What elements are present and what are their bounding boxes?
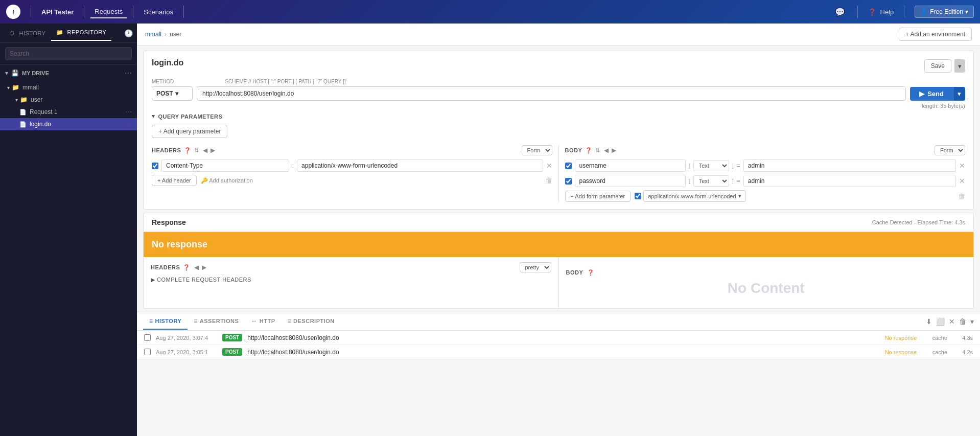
folder-mmall-label: mmall <box>22 84 39 91</box>
query-params-toggle[interactable]: ▾ QUERY PARAMETERS <box>152 113 965 120</box>
body-remove-0[interactable]: ✕ <box>959 162 965 170</box>
more-options-icon[interactable]: ⋯ <box>125 69 132 77</box>
folder-icon: 📁 <box>12 84 19 91</box>
headers-arrow-left[interactable]: ◀ <box>202 146 208 155</box>
body-key-0[interactable] <box>575 159 686 172</box>
save-button[interactable]: Save <box>924 59 951 73</box>
logindo-label: login.do <box>30 121 51 128</box>
method-label: METHOD <box>152 79 174 84</box>
help-icon[interactable]: ❓ <box>868 8 876 16</box>
more-icon[interactable]: ⋯ <box>126 121 132 128</box>
tab-assertions[interactable]: ≡ ASSERTIONS <box>188 313 245 330</box>
body-checkbox-0[interactable] <box>565 163 572 169</box>
clock-icon[interactable]: 🕐 <box>124 29 133 37</box>
body-arrow-right[interactable]: ▶ <box>611 146 617 155</box>
headers-arrow-right[interactable]: ▶ <box>209 146 216 155</box>
headers-sort-icon[interactable]: ⇅ <box>194 147 199 154</box>
no-response-banner: No response <box>144 232 973 257</box>
history-checkbox-0[interactable] <box>144 334 151 341</box>
headers-trash-icon[interactable]: 🗑 <box>545 176 552 185</box>
body-type-select-0[interactable]: Text <box>693 160 729 171</box>
response-format-select[interactable]: pretty <box>520 262 551 272</box>
sidebar-item-logindo[interactable]: 📄 login.do ⋯ <box>0 118 137 130</box>
response-arrow-left[interactable]: ◀ <box>193 263 200 272</box>
add-header-button[interactable]: + Add header <box>152 175 197 186</box>
nav-requests[interactable]: Requests <box>90 6 127 18</box>
response-arrow-right[interactable]: ▶ <box>201 263 207 272</box>
header-value-0[interactable] <box>297 159 543 172</box>
folder-icon: 📁 <box>20 96 28 103</box>
add-query-param-button[interactable]: + Add query parameter <box>152 125 227 138</box>
method-select[interactable]: POST ▾ <box>152 86 193 101</box>
complete-request-headers-toggle[interactable]: ▶ COMPLETE REQUEST HEADERS <box>151 277 551 283</box>
history-checkbox-1[interactable] <box>144 349 151 355</box>
my-drive-title: MY DRIVE <box>22 70 49 76</box>
body-remove-1[interactable]: ✕ <box>959 177 965 185</box>
header-checkbox-0[interactable] <box>152 163 158 169</box>
tab-history[interactable]: ⏱ HISTORY <box>4 26 51 40</box>
nav-divider-1 <box>31 6 31 18</box>
tab-description[interactable]: ≡ DESCRIPTION <box>282 313 341 330</box>
history-url-0: http://localhost:8080/user/login.do <box>247 334 866 341</box>
encoding-checkbox[interactable] <box>635 193 641 199</box>
body-checkbox-1[interactable] <box>565 178 572 185</box>
body-value-1[interactable] <box>743 175 956 187</box>
header-key-0[interactable] <box>161 159 289 172</box>
nav-api-tester[interactable]: API Tester <box>37 6 78 18</box>
equals-0: = <box>737 162 740 169</box>
download-icon[interactable]: ⬇ <box>926 317 932 326</box>
close-icon[interactable]: ✕ <box>949 317 955 326</box>
encoding-select[interactable]: application/x-www-form-urlencoded ▾ <box>643 190 745 202</box>
chat-icon[interactable]: 💬 <box>833 5 847 19</box>
top-nav-right: 💬 ❓ Help 👤 Free Edition ▾ <box>833 5 974 19</box>
tab-http[interactable]: ↔ HTTP <box>245 313 281 330</box>
body-type-select-1[interactable]: Text <box>693 175 729 187</box>
header-remove-0[interactable]: ✕ <box>546 162 552 170</box>
method-labels: METHOD SCHEME // HOST [ ":" PORT ] [ PAT… <box>152 79 965 84</box>
tab-repository[interactable]: 📁 REPOSITORY <box>51 25 112 41</box>
nav-scenarios[interactable]: Scenarios <box>139 6 177 18</box>
nav-divider-3 <box>133 6 133 18</box>
send-button[interactable]: ▶ Send <box>910 87 953 101</box>
help-label[interactable]: Help <box>880 8 894 16</box>
send-dropdown-button[interactable]: ▾ <box>953 87 965 101</box>
folder-mmall[interactable]: ▾ 📁 mmall <box>0 81 137 94</box>
headers-help-icon: ❓ <box>184 147 191 154</box>
history-row-0[interactable]: Aug 27, 2020, 3:07:4 POST http://localho… <box>137 331 980 345</box>
folder-user[interactable]: ▾ 📁 user <box>0 94 137 106</box>
free-edition-button[interactable]: 👤 Free Edition ▾ <box>915 6 974 18</box>
add-environment-button[interactable]: + Add an environment <box>899 28 972 41</box>
history-row-1[interactable]: Aug 27, 2020, 3:05:1 POST http://localho… <box>137 345 980 359</box>
body-trash-icon[interactable]: 🗑 <box>958 192 965 200</box>
tab-history[interactable]: ≡ HISTORY <box>143 313 188 330</box>
body-key-1[interactable] <box>575 175 686 187</box>
search-input[interactable] <box>5 47 132 60</box>
breadcrumb-mmall[interactable]: mmall <box>145 31 161 38</box>
breadcrumb-separator: › <box>165 31 167 38</box>
headers-panel: HEADERS ❓ ⇅ ◀ ▶ Form <box>152 145 559 202</box>
content-area: mmall › user + Add an environment login.… <box>137 24 980 436</box>
sidebar-item-request1[interactable]: 📄 Request 1 ⋯ <box>0 106 137 118</box>
add-form-param-button[interactable]: + Add form parameter <box>565 191 631 202</box>
user-icon: 👤 <box>920 8 928 15</box>
body-value-0[interactable] <box>743 159 956 172</box>
delete-icon[interactable]: 🗑 <box>959 317 966 326</box>
my-drive-section[interactable]: ▾ 💾 MY DRIVE ⋯ <box>0 65 137 81</box>
body-arrow-left[interactable]: ◀ <box>603 146 610 155</box>
chevron-down-icon[interactable]: ▾ <box>970 317 974 326</box>
body-format-select[interactable]: Form <box>935 145 965 155</box>
no-content-text: No Content <box>728 280 805 296</box>
body-label: BODY <box>565 147 582 153</box>
headers-format-select[interactable]: Form <box>522 145 552 155</box>
byte-count: length: 35 byte(s) <box>152 103 965 109</box>
add-authorization-button[interactable]: 🔑 Add authorization <box>201 177 253 184</box>
more-icon[interactable]: ⋯ <box>126 108 132 116</box>
request1-label: Request 1 <box>30 108 58 116</box>
url-input[interactable] <box>197 86 906 101</box>
history-cache-1: cache <box>922 349 947 355</box>
description-tab-icon: ≡ <box>288 317 292 325</box>
expand-icon[interactable]: ⬜ <box>936 317 945 326</box>
response-body-label: BODY <box>566 269 584 276</box>
save-dropdown-button[interactable]: ▾ <box>954 59 965 73</box>
body-sort-icon[interactable]: ⇅ <box>595 147 600 154</box>
